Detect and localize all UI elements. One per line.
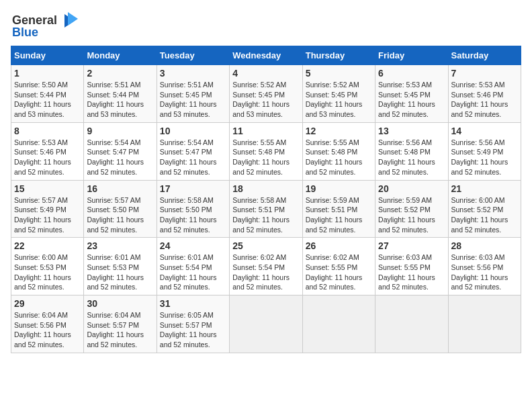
calendar-cell (448, 295, 521, 353)
day-info: Sunrise: 6:03 AM Sunset: 5:55 PM Dayligh… (378, 253, 445, 292)
day-info: Sunrise: 6:01 AM Sunset: 5:53 PM Dayligh… (87, 253, 153, 292)
day-number: 19 (306, 183, 372, 194)
day-info: Sunrise: 5:55 AM Sunset: 5:48 PM Dayligh… (306, 138, 372, 177)
day-info: Sunrise: 6:00 AM Sunset: 5:53 PM Dayligh… (14, 253, 81, 292)
day-number: 14 (451, 126, 518, 136)
calendar-cell: 24Sunrise: 6:01 AM Sunset: 5:54 PM Dayli… (157, 238, 229, 295)
calendar-cell: 21Sunrise: 6:00 AM Sunset: 5:52 PM Dayli… (448, 180, 521, 238)
day-info: Sunrise: 5:52 AM Sunset: 5:45 PM Dayligh… (306, 80, 372, 120)
calendar-cell: 8Sunrise: 5:53 AM Sunset: 5:46 PM Daylig… (11, 122, 84, 180)
header-friday: Friday (375, 46, 448, 65)
day-number: 20 (378, 183, 445, 194)
day-number: 1 (14, 68, 81, 79)
calendar-cell (302, 295, 375, 353)
day-number: 24 (160, 240, 226, 251)
header-tuesday: Tuesday (157, 46, 229, 65)
day-info: Sunrise: 5:54 AM Sunset: 5:47 PM Dayligh… (87, 138, 153, 177)
calendar-cell: 14Sunrise: 5:56 AM Sunset: 5:49 PM Dayli… (448, 122, 521, 180)
day-info: Sunrise: 6:04 AM Sunset: 5:57 PM Dayligh… (87, 310, 153, 350)
day-info: Sunrise: 5:52 AM Sunset: 5:45 PM Dayligh… (232, 80, 299, 120)
page-header: General Blue (11, 11, 521, 38)
day-info: Sunrise: 5:58 AM Sunset: 5:51 PM Dayligh… (232, 195, 299, 235)
day-info: Sunrise: 6:05 AM Sunset: 5:57 PM Dayligh… (160, 310, 226, 350)
day-number: 4 (232, 68, 299, 79)
day-info: Sunrise: 5:55 AM Sunset: 5:48 PM Dayligh… (232, 138, 299, 177)
day-number: 26 (306, 240, 372, 251)
calendar-cell: 12Sunrise: 5:55 AM Sunset: 5:48 PM Dayli… (302, 122, 375, 180)
day-info: Sunrise: 6:03 AM Sunset: 5:56 PM Dayligh… (451, 253, 518, 292)
day-number: 29 (14, 298, 81, 309)
calendar-cell: 11Sunrise: 5:55 AM Sunset: 5:48 PM Dayli… (230, 122, 302, 180)
calendar-cell: 9Sunrise: 5:54 AM Sunset: 5:47 PM Daylig… (84, 122, 157, 180)
day-info: Sunrise: 5:57 AM Sunset: 5:50 PM Dayligh… (87, 195, 153, 235)
logo-icon: General Blue (11, 11, 78, 38)
day-number: 11 (232, 126, 299, 136)
day-info: Sunrise: 5:53 AM Sunset: 5:46 PM Dayligh… (14, 138, 81, 177)
day-info: Sunrise: 6:02 AM Sunset: 5:54 PM Dayligh… (232, 253, 299, 292)
day-number: 23 (87, 240, 153, 251)
calendar-header-row: SundayMondayTuesdayWednesdayThursdayFrid… (11, 46, 521, 65)
header-saturday: Saturday (448, 46, 521, 65)
calendar-table: SundayMondayTuesdayWednesdayThursdayFrid… (11, 46, 521, 353)
calendar-cell: 15Sunrise: 5:57 AM Sunset: 5:49 PM Dayli… (11, 180, 84, 238)
day-info: Sunrise: 5:56 AM Sunset: 5:49 PM Dayligh… (451, 138, 518, 177)
day-number: 28 (451, 240, 518, 251)
calendar-week-5: 29Sunrise: 6:04 AM Sunset: 5:56 PM Dayli… (11, 295, 521, 353)
calendar-cell: 4Sunrise: 5:52 AM Sunset: 5:45 PM Daylig… (230, 65, 302, 123)
day-number: 15 (14, 183, 81, 194)
day-info: Sunrise: 6:02 AM Sunset: 5:55 PM Dayligh… (306, 253, 372, 292)
calendar-cell: 2Sunrise: 5:51 AM Sunset: 5:44 PM Daylig… (84, 65, 157, 123)
calendar-cell: 1Sunrise: 5:50 AM Sunset: 5:44 PM Daylig… (11, 65, 84, 123)
calendar-cell: 3Sunrise: 5:51 AM Sunset: 5:45 PM Daylig… (157, 65, 229, 123)
day-number: 17 (160, 183, 226, 194)
calendar-week-3: 15Sunrise: 5:57 AM Sunset: 5:49 PM Dayli… (11, 180, 521, 238)
calendar-week-1: 1Sunrise: 5:50 AM Sunset: 5:44 PM Daylig… (11, 65, 521, 123)
day-number: 7 (451, 68, 518, 79)
day-info: Sunrise: 6:00 AM Sunset: 5:52 PM Dayligh… (451, 195, 518, 235)
calendar-cell: 13Sunrise: 5:56 AM Sunset: 5:48 PM Dayli… (375, 122, 448, 180)
day-number: 2 (87, 68, 153, 79)
calendar-cell: 17Sunrise: 5:58 AM Sunset: 5:50 PM Dayli… (157, 180, 229, 238)
day-number: 12 (306, 126, 372, 136)
svg-text:Blue: Blue (12, 26, 38, 38)
day-info: Sunrise: 6:01 AM Sunset: 5:54 PM Dayligh… (160, 253, 226, 292)
day-number: 27 (378, 240, 445, 251)
calendar-cell: 29Sunrise: 6:04 AM Sunset: 5:56 PM Dayli… (11, 295, 84, 353)
day-number: 3 (160, 68, 226, 79)
day-info: Sunrise: 5:56 AM Sunset: 5:48 PM Dayligh… (378, 138, 445, 177)
day-number: 16 (87, 183, 153, 194)
day-number: 8 (14, 126, 81, 136)
day-info: Sunrise: 5:59 AM Sunset: 5:51 PM Dayligh… (306, 195, 372, 235)
calendar-cell: 28Sunrise: 6:03 AM Sunset: 5:56 PM Dayli… (448, 238, 521, 295)
day-info: Sunrise: 5:58 AM Sunset: 5:50 PM Dayligh… (160, 195, 226, 235)
calendar-cell: 25Sunrise: 6:02 AM Sunset: 5:54 PM Dayli… (230, 238, 302, 295)
day-number: 5 (306, 68, 372, 79)
calendar-cell: 27Sunrise: 6:03 AM Sunset: 5:55 PM Dayli… (375, 238, 448, 295)
day-info: Sunrise: 5:51 AM Sunset: 5:45 PM Dayligh… (160, 80, 226, 120)
calendar-cell: 30Sunrise: 6:04 AM Sunset: 5:57 PM Dayli… (84, 295, 157, 353)
calendar-cell (375, 295, 448, 353)
calendar-cell: 20Sunrise: 5:59 AM Sunset: 5:52 PM Dayli… (375, 180, 448, 238)
calendar-cell: 10Sunrise: 5:54 AM Sunset: 5:47 PM Dayli… (157, 122, 229, 180)
calendar-cell: 23Sunrise: 6:01 AM Sunset: 5:53 PM Dayli… (84, 238, 157, 295)
day-info: Sunrise: 5:53 AM Sunset: 5:46 PM Dayligh… (451, 80, 518, 120)
day-number: 30 (87, 298, 153, 309)
calendar-cell: 22Sunrise: 6:00 AM Sunset: 5:53 PM Dayli… (11, 238, 84, 295)
svg-text:General: General (12, 13, 57, 27)
day-number: 25 (232, 240, 299, 251)
day-number: 9 (87, 126, 153, 136)
calendar-week-4: 22Sunrise: 6:00 AM Sunset: 5:53 PM Dayli… (11, 238, 521, 295)
header-monday: Monday (84, 46, 157, 65)
calendar-cell: 19Sunrise: 5:59 AM Sunset: 5:51 PM Dayli… (302, 180, 375, 238)
calendar-cell: 16Sunrise: 5:57 AM Sunset: 5:50 PM Dayli… (84, 180, 157, 238)
calendar-week-2: 8Sunrise: 5:53 AM Sunset: 5:46 PM Daylig… (11, 122, 521, 180)
svg-marker-3 (68, 12, 78, 26)
day-info: Sunrise: 5:51 AM Sunset: 5:44 PM Dayligh… (87, 80, 153, 120)
calendar-cell: 6Sunrise: 5:53 AM Sunset: 5:45 PM Daylig… (375, 65, 448, 123)
calendar-cell: 31Sunrise: 6:05 AM Sunset: 5:57 PM Dayli… (157, 295, 229, 353)
calendar-cell: 5Sunrise: 5:52 AM Sunset: 5:45 PM Daylig… (302, 65, 375, 123)
day-number: 6 (378, 68, 445, 79)
calendar-cell: 7Sunrise: 5:53 AM Sunset: 5:46 PM Daylig… (448, 65, 521, 123)
day-info: Sunrise: 5:59 AM Sunset: 5:52 PM Dayligh… (378, 195, 445, 235)
day-info: Sunrise: 5:50 AM Sunset: 5:44 PM Dayligh… (14, 80, 81, 120)
